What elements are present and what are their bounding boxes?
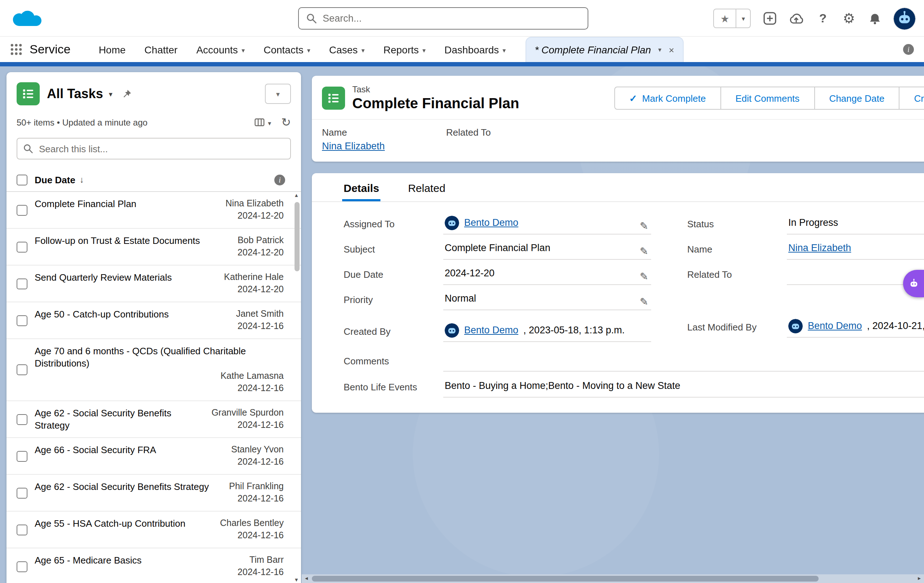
chevron-down-icon[interactable]: ▾ (658, 46, 662, 53)
row-checkbox[interactable] (16, 278, 27, 289)
bell-icon[interactable] (868, 12, 882, 25)
chevron-down-icon: ▾ (268, 119, 271, 127)
add-icon[interactable] (762, 12, 777, 25)
help-icon[interactable]: ? (816, 11, 830, 26)
details-bottom-rows: Comments Bento Life Events Bento - Buyin… (312, 345, 924, 398)
cloud-upload-icon[interactable] (788, 12, 804, 25)
scroll-left-icon[interactable]: ◂ (302, 574, 311, 583)
mark-complete-button[interactable]: ✓ Mark Complete (614, 87, 721, 110)
sort-desc-icon: ↓ (80, 175, 84, 185)
list-item[interactable]: Age 50 - Catch-up Contributions Janet Sm… (7, 302, 301, 339)
task-object-icon (322, 87, 345, 110)
nav-item-reports[interactable]: Reports▾ (374, 37, 435, 62)
last-modified-by-link[interactable]: Bento Demo (808, 320, 862, 331)
tab-related[interactable]: Related (406, 182, 447, 201)
star-icon[interactable]: ★ (714, 9, 737, 27)
field-created-by: Created By Bento Demo , 2023-05-18, 1:13… (343, 319, 651, 343)
favorites-control: ★ ▾ (713, 9, 751, 28)
chevron-down-icon: ▾ (422, 46, 426, 54)
list-search-input[interactable] (16, 138, 291, 160)
list-column-header: Due Date ↓ i (7, 168, 301, 192)
scroll-right-icon[interactable]: ▸ (915, 574, 924, 583)
chevron-down-icon: ▾ (241, 46, 245, 54)
row-checkbox[interactable] (16, 524, 27, 535)
edit-pencil-icon[interactable]: ✎ (640, 245, 648, 257)
global-search-input[interactable] (317, 13, 587, 24)
task-object-icon (16, 82, 40, 105)
horizontal-scrollbar-thumb[interactable] (312, 576, 818, 581)
task-list: Complete Financial Plan Nina Elizabeth20… (7, 192, 301, 583)
list-item[interactable]: Age 65 - Medicare Basics Tim Barr2024-12… (7, 548, 301, 583)
pin-icon[interactable] (121, 88, 132, 99)
nav-item-accounts[interactable]: Accounts▾ (187, 37, 254, 62)
select-all-checkbox[interactable] (16, 174, 27, 185)
gear-icon[interactable]: ⚙ (842, 10, 856, 27)
change-date-button[interactable]: Change Date (814, 87, 899, 110)
edit-pencil-icon[interactable]: ✎ (640, 295, 648, 307)
tab-label: * Complete Financial Plan (535, 44, 651, 56)
row-checkbox[interactable] (16, 451, 27, 461)
row-checkbox[interactable] (16, 204, 27, 216)
sort-column-label[interactable]: Due Date (35, 174, 76, 185)
global-header-actions: ★ ▾ ? ⚙ (713, 0, 915, 37)
user-avatar (788, 319, 803, 333)
record-tabs: Details Related (312, 173, 924, 202)
row-checkbox[interactable] (16, 241, 27, 252)
list-item[interactable]: Age 70 and 6 months - QCDs (Qualified Ch… (7, 339, 301, 401)
refresh-icon[interactable]: ↻ (281, 115, 291, 129)
field-last-modified-by: Last Modified By Bento Demo , 2024-10-21… (687, 315, 924, 338)
field-subject: Subject Complete Financial Plan ✎ (343, 237, 651, 260)
chevron-down-icon[interactable]: ▾ (109, 90, 112, 98)
close-icon[interactable]: × (669, 44, 674, 55)
list-item[interactable]: Age 62 - Social Security Benefits Strate… (7, 475, 301, 512)
field-comments: Comments (343, 349, 924, 372)
nav-item-dashboards[interactable]: Dashboards▾ (435, 37, 515, 62)
row-checkbox[interactable] (16, 561, 27, 572)
name-link[interactable]: Nina Elizabeth (788, 242, 851, 253)
global-header: ★ ▾ ? ⚙ (0, 0, 924, 37)
create-followup-button[interactable]: Create Follo (899, 87, 924, 110)
info-icon[interactable]: i (274, 174, 285, 185)
summary-name-link[interactable]: Nina Elizabeth (322, 141, 385, 152)
field-spacer (687, 288, 924, 313)
list-view-panel: All Tasks ▾ ▾ 50+ items • Updated a minu… (7, 72, 301, 583)
app-launcher-icon[interactable] (10, 37, 22, 62)
nav-item-home[interactable]: Home (89, 37, 135, 62)
list-view-header: All Tasks ▾ ▾ 50+ items • Updated a minu… (7, 72, 301, 129)
list-view-controls-button[interactable]: ▾ (265, 84, 291, 104)
edit-comments-button[interactable]: Edit Comments (720, 87, 815, 110)
created-by-link[interactable]: Bento Demo (464, 325, 518, 336)
info-icon[interactable]: i (903, 44, 914, 55)
field-priority: Priority Normal ✎ (343, 288, 651, 311)
list-item[interactable]: Age 62 - Social Security Benefits Strate… (7, 401, 301, 438)
assigned-to-link[interactable]: Bento Demo (464, 217, 518, 228)
edit-pencil-icon[interactable]: ✎ (640, 270, 648, 282)
chevron-down-icon: ▾ (502, 46, 506, 54)
user-avatar[interactable] (894, 8, 915, 29)
scroll-up-icon[interactable]: ▲ (294, 193, 299, 198)
row-checkbox[interactable] (16, 487, 27, 498)
list-item[interactable]: Send Quarterly Review Materials Katherin… (7, 265, 301, 302)
row-checkbox[interactable] (16, 315, 27, 326)
list-item[interactable]: Complete Financial Plan Nina Elizabeth20… (7, 192, 301, 229)
nav-item-chatter[interactable]: Chatter (135, 37, 187, 62)
display-as-button[interactable]: ▾ (254, 117, 271, 128)
tab-details[interactable]: Details (342, 182, 380, 201)
list-item[interactable]: Age 66 - Social Security FRA Stanley Yvo… (7, 438, 301, 475)
edit-pencil-icon[interactable]: ✎ (640, 220, 648, 231)
row-checkbox[interactable] (16, 414, 27, 425)
nav-item-cases[interactable]: Cases▾ (320, 37, 374, 62)
nav-item-contacts[interactable]: Contacts▾ (254, 37, 320, 62)
search-icon (23, 143, 33, 154)
workspace-tab-complete-financial-plan[interactable]: * Complete Financial Plan ▾ × (525, 37, 683, 62)
chevron-down-icon[interactable]: ▾ (737, 9, 750, 27)
row-checkbox[interactable] (16, 364, 27, 375)
list-item[interactable]: Age 55 - HSA Catch-up Contribution Charl… (7, 512, 301, 548)
scroll-down-icon[interactable]: ▼ (294, 577, 299, 582)
list-view-title[interactable]: All Tasks (47, 86, 103, 101)
vertical-scrollbar-thumb[interactable] (295, 202, 300, 271)
list-item[interactable]: Follow-up on Trust & Estate Documents Bo… (7, 229, 301, 265)
details-left-column: Assigned To Bento Demo ✎ Subject Complet… (343, 212, 651, 345)
field-due-date: Due Date 2024-12-20 ✎ (343, 263, 651, 286)
salesforce-logo-icon[interactable] (12, 7, 43, 30)
